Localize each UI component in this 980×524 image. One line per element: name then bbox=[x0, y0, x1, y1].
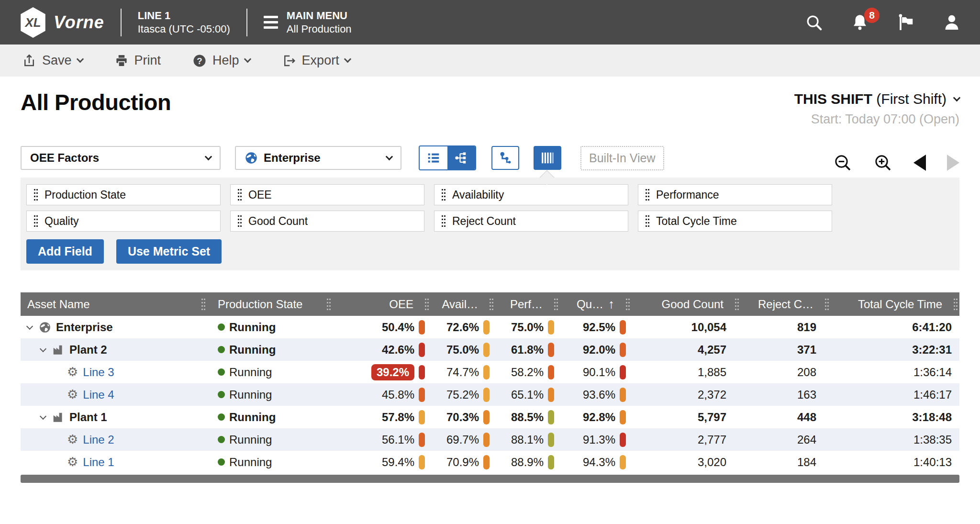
column-resize-handle[interactable] bbox=[489, 298, 494, 311]
main-menu-button[interactable]: MAIN MENU All Production bbox=[264, 9, 352, 35]
column-header-reject-count[interactable]: Reject C… bbox=[741, 292, 831, 316]
flags-button[interactable] bbox=[897, 13, 915, 32]
performance-indicator-pill bbox=[548, 365, 554, 379]
quality-indicator-pill bbox=[620, 410, 626, 424]
column-resize-handle[interactable] bbox=[953, 298, 958, 311]
column-header-good-count[interactable]: Good Count bbox=[632, 292, 741, 316]
field-chip-oee[interactable]: OEE bbox=[230, 184, 424, 205]
reject-count-value: 819 bbox=[797, 321, 816, 334]
history-forward-button[interactable] bbox=[947, 155, 959, 171]
collapse-caret-icon[interactable] bbox=[40, 413, 46, 419]
drag-handle-icon[interactable] bbox=[33, 214, 38, 228]
tree-view-button[interactable] bbox=[447, 146, 475, 169]
production-state: Running bbox=[229, 366, 272, 379]
field-chip-total-cycle-time[interactable]: Total Cycle Time bbox=[638, 211, 832, 232]
asset-name[interactable]: Enterprise bbox=[56, 321, 113, 334]
zoom-out-button[interactable] bbox=[833, 153, 852, 172]
column-resize-handle[interactable] bbox=[326, 298, 331, 311]
scope-dropdown[interactable]: Enterprise bbox=[235, 146, 401, 170]
oee-value: 57.8% bbox=[382, 411, 414, 424]
report-period-selector[interactable]: THIS SHIFT (First Shift) bbox=[794, 91, 959, 107]
field-chip-performance[interactable]: Performance bbox=[638, 184, 832, 205]
column-resize-handle[interactable] bbox=[554, 298, 558, 311]
history-back-button[interactable] bbox=[913, 155, 926, 171]
asset-link[interactable]: Line 1 bbox=[83, 456, 114, 469]
table-row-line-4[interactable]: ⚙ Line 4 Running 45.8% 75.2% 65.1% 93.6%… bbox=[21, 383, 959, 406]
drag-handle-icon[interactable] bbox=[645, 214, 650, 228]
table-row-plant-1[interactable]: Plant 1 Running 57.8% 70.3% 88.5% 92.8% … bbox=[21, 406, 959, 428]
chevron-down-icon bbox=[76, 56, 84, 63]
help-button[interactable]: ? Help bbox=[192, 53, 250, 68]
production-state: Running bbox=[229, 433, 272, 446]
availability-indicator-pill bbox=[483, 343, 490, 357]
field-chip-production-state[interactable]: Production State bbox=[26, 184, 221, 205]
collapse-caret-icon[interactable] bbox=[26, 323, 33, 329]
horizontal-scrollbar[interactable] bbox=[21, 475, 959, 483]
column-resize-handle[interactable] bbox=[424, 298, 429, 311]
quality-value: 90.1% bbox=[583, 366, 615, 379]
column-resize-handle[interactable] bbox=[201, 298, 206, 311]
good-count-value: 5,797 bbox=[698, 411, 726, 424]
asset-link[interactable]: Line 2 bbox=[83, 433, 114, 446]
reject-count-value: 264 bbox=[797, 433, 816, 446]
collapse-caret-icon[interactable] bbox=[40, 345, 46, 352]
use-metric-set-button[interactable]: Use Metric Set bbox=[116, 239, 222, 264]
search-button[interactable] bbox=[805, 13, 823, 32]
save-button[interactable]: Save bbox=[22, 53, 83, 68]
column-resize-handle[interactable] bbox=[625, 298, 630, 311]
print-button[interactable]: Print bbox=[114, 53, 161, 68]
field-chip-reject-count[interactable]: Reject Count bbox=[434, 211, 628, 232]
oee-value: 56.1% bbox=[382, 433, 414, 446]
built-in-view-badge[interactable]: Built-In View bbox=[580, 146, 664, 170]
hierarchy-icon bbox=[498, 151, 512, 165]
hierarchy-filter-button[interactable] bbox=[491, 146, 519, 170]
line-selector[interactable]: LINE 1 Itasca (UTC -05:00) bbox=[138, 9, 230, 35]
field-chip-quality[interactable]: Quality bbox=[26, 211, 221, 232]
availability-value: 72.6% bbox=[446, 321, 479, 334]
quality-value: 94.3% bbox=[583, 456, 615, 469]
column-header-performance[interactable]: Perf… bbox=[495, 292, 560, 316]
asset-name[interactable]: Plant 2 bbox=[69, 343, 107, 357]
drag-handle-icon[interactable] bbox=[237, 188, 242, 201]
running-status-dot bbox=[218, 436, 225, 443]
drag-handle-icon[interactable] bbox=[33, 188, 38, 201]
asset-link[interactable]: Line 4 bbox=[83, 388, 114, 401]
column-header-quality[interactable]: Qu…↑ bbox=[560, 292, 632, 316]
vorne-logo[interactable]: XL Vorne bbox=[19, 7, 104, 38]
column-header-asset-name[interactable]: Asset Name bbox=[21, 292, 207, 316]
table-row-plant-2[interactable]: Plant 2 Running 42.6% 75.0% 61.8% 92.0% … bbox=[21, 338, 959, 361]
table-row-line-2[interactable]: ⚙ Line 2 Running 56.1% 69.7% 88.1% 91.3%… bbox=[21, 428, 959, 451]
table-row-line-3[interactable]: ⚙ Line 3 Running 39.2% 74.7% 58.2% 90.1%… bbox=[21, 361, 959, 383]
column-header-oee[interactable]: OEE bbox=[333, 292, 431, 316]
column-resize-handle[interactable] bbox=[824, 298, 829, 311]
drag-handle-icon[interactable] bbox=[441, 188, 446, 201]
list-view-button[interactable] bbox=[420, 146, 447, 169]
field-chip-label: Production State bbox=[45, 189, 126, 201]
xl-hexagon-icon: XL bbox=[19, 7, 47, 38]
export-button[interactable]: Export bbox=[282, 53, 350, 68]
field-chip-good-count[interactable]: Good Count bbox=[230, 211, 424, 232]
column-resize-handle[interactable] bbox=[735, 298, 739, 311]
drag-handle-icon[interactable] bbox=[441, 214, 446, 228]
user-button[interactable] bbox=[943, 13, 961, 32]
drag-handle-icon[interactable] bbox=[645, 188, 650, 201]
column-header-availability[interactable]: Avail… bbox=[431, 292, 495, 316]
oee-indicator-pill bbox=[419, 455, 425, 469]
asset-link[interactable]: Line 3 bbox=[83, 366, 114, 379]
metric-set-dropdown[interactable]: OEE Factors bbox=[21, 146, 221, 170]
drag-handle-icon[interactable] bbox=[237, 214, 242, 228]
table-row-enterprise[interactable]: Enterprise Running 50.4% 72.6% 75.0% 92.… bbox=[21, 316, 959, 338]
columns-button[interactable] bbox=[534, 146, 561, 170]
asset-name[interactable]: Plant 1 bbox=[69, 411, 107, 424]
zoom-in-button[interactable] bbox=[873, 153, 892, 172]
table-row-line-1[interactable]: ⚙ Line 1 Running 59.4% 70.9% 88.9% 94.3%… bbox=[21, 451, 959, 473]
field-chip-availability[interactable]: Availability bbox=[434, 184, 628, 205]
notifications-button[interactable]: 8 bbox=[851, 13, 869, 32]
period-detail: (First Shift) bbox=[876, 91, 947, 107]
chevron-down-icon bbox=[344, 56, 351, 63]
availability-indicator-pill bbox=[483, 410, 490, 424]
column-header-total-cycle-time[interactable]: Total Cycle Time bbox=[831, 292, 959, 316]
add-field-button[interactable]: Add Field bbox=[26, 239, 104, 264]
divider bbox=[121, 9, 122, 36]
column-header-production-state[interactable]: Production State bbox=[207, 292, 333, 316]
